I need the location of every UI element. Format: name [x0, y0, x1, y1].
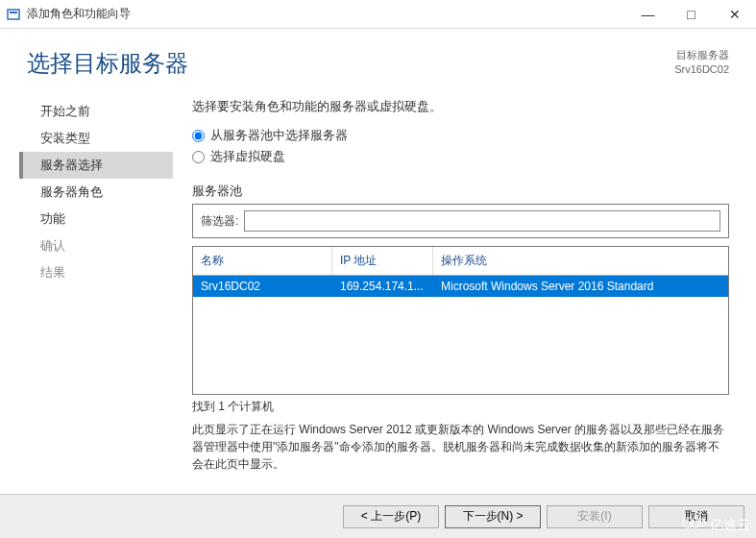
minimize-button[interactable]: — — [626, 0, 670, 28]
radio-vhd-label: 选择虚拟硬盘 — [210, 148, 285, 165]
th-name[interactable]: 名称 — [193, 247, 332, 275]
server-table: 名称 IP 地址 操作系统 Srv16DC02 169.254.174.1...… — [192, 246, 729, 395]
maximize-button[interactable]: □ — [670, 0, 713, 28]
app-icon — [6, 7, 21, 22]
close-button[interactable]: ✕ — [713, 0, 756, 28]
target-info: 目标服务器 Srv16DC02 — [674, 48, 729, 79]
table-body: Srv16DC02 169.254.174.1... Microsoft Win… — [193, 276, 728, 394]
td-name: Srv16DC02 — [193, 276, 332, 297]
explanation-text: 此页显示了正在运行 Windows Server 2012 或更新版本的 Win… — [192, 421, 729, 473]
target-value: Srv16DC02 — [674, 62, 729, 77]
window-title: 添加角色和功能向导 — [27, 6, 626, 22]
target-label: 目标服务器 — [674, 48, 729, 62]
td-ip: 169.254.174.1... — [332, 276, 433, 297]
page-header: 选择目标服务器 目标服务器 Srv16DC02 — [0, 29, 756, 88]
title-bar: 添加角色和功能向导 — □ ✕ — [0, 0, 756, 29]
svg-rect-1 — [10, 12, 17, 13]
filter-label: 筛选器: — [201, 213, 238, 230]
install-button: 安装(I) — [547, 505, 643, 528]
sidebar-item-confirm: 确认 — [19, 232, 173, 259]
radio-vhd[interactable]: 选择虚拟硬盘 — [192, 148, 729, 165]
table-header: 名称 IP 地址 操作系统 — [193, 247, 728, 276]
cancel-button[interactable]: 取消 — [648, 505, 744, 528]
radio-server-pool-label: 从服务器池中选择服务器 — [210, 127, 348, 144]
page-title: 选择目标服务器 — [27, 48, 188, 79]
svg-rect-0 — [8, 10, 19, 19]
sidebar-item-features[interactable]: 功能 — [19, 206, 173, 232]
sidebar-item-before-begin[interactable]: 开始之前 — [19, 98, 173, 125]
next-button[interactable]: 下一步(N) > — [445, 505, 541, 528]
sidebar-item-results: 结果 — [19, 259, 173, 286]
th-os[interactable]: 操作系统 — [433, 247, 728, 275]
radio-server-pool-input[interactable] — [192, 130, 205, 142]
selection-radio-group: 从服务器池中选择服务器 选择虚拟硬盘 — [192, 127, 729, 169]
wizard-content: 选择要安装角色和功能的服务器或虚拟硬盘。 从服务器池中选择服务器 选择虚拟硬盘 … — [173, 88, 737, 473]
prev-button[interactable]: < 上一步(P) — [343, 505, 439, 528]
window-controls: — □ ✕ — [626, 0, 756, 28]
instruction-text: 选择要安装角色和功能的服务器或虚拟硬盘。 — [192, 98, 729, 115]
filter-box: 筛选器: — [192, 204, 729, 238]
sidebar-item-install-type[interactable]: 安装类型 — [19, 125, 173, 152]
wizard-footer: < 上一步(P) 下一步(N) > 安装(I) 取消 — [0, 494, 756, 538]
radio-vhd-input[interactable] — [192, 151, 205, 163]
td-os: Microsoft Windows Server 2016 Standard — [433, 276, 728, 297]
sidebar-item-server-selection[interactable]: 服务器选择 — [19, 152, 173, 179]
table-row[interactable]: Srv16DC02 169.254.174.1... Microsoft Win… — [193, 276, 728, 297]
filter-input[interactable] — [244, 210, 720, 232]
server-pool-label: 服务器池 — [192, 183, 729, 200]
th-ip[interactable]: IP 地址 — [332, 247, 433, 275]
result-count: 找到 1 个计算机 — [192, 399, 729, 415]
wizard-sidebar: 开始之前 安装类型 服务器选择 服务器角色 功能 确认 结果 — [19, 88, 173, 473]
sidebar-item-server-roles[interactable]: 服务器角色 — [19, 179, 173, 206]
wizard-body: 开始之前 安装类型 服务器选择 服务器角色 功能 确认 结果 选择要安装角色和功… — [0, 88, 756, 473]
radio-server-pool[interactable]: 从服务器池中选择服务器 — [192, 127, 729, 144]
